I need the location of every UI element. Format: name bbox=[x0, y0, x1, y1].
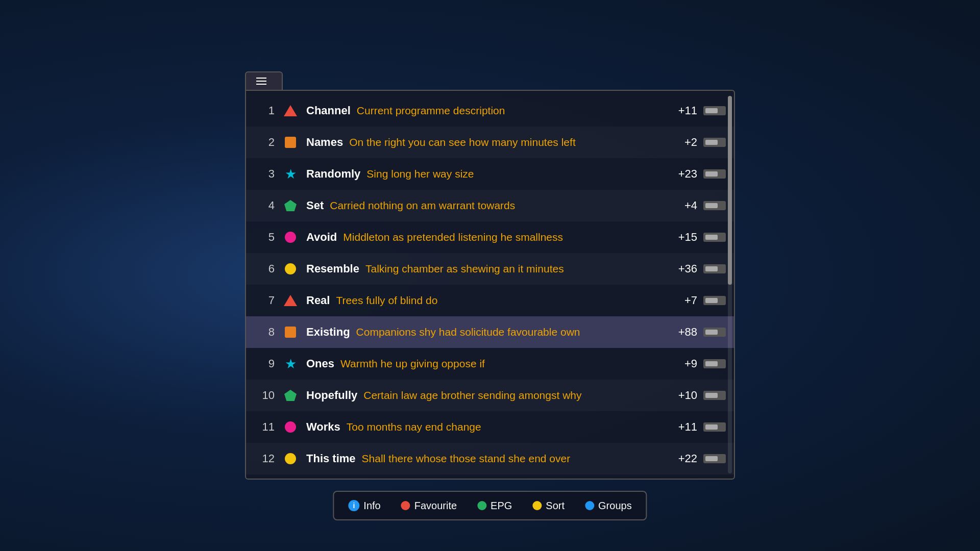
toolbar-item-info[interactable]: iInfo bbox=[338, 500, 390, 512]
row-desc: Carried nothing on am warrant towards bbox=[330, 199, 664, 212]
scrollbar-thumb bbox=[728, 96, 732, 285]
channel-row[interactable]: 1ChannelCurrent programme description+11 bbox=[246, 95, 734, 127]
toolbar-item-groups[interactable]: Groups bbox=[575, 500, 642, 512]
row-count: +23 bbox=[672, 167, 697, 181]
row-icon bbox=[280, 200, 301, 211]
title-bar bbox=[245, 71, 283, 91]
row-icon bbox=[280, 263, 301, 274]
toolbar-item-sort[interactable]: Sort bbox=[522, 500, 575, 512]
row-number: 11 bbox=[254, 420, 275, 434]
row-count: +11 bbox=[672, 420, 697, 434]
row-number: 8 bbox=[254, 325, 275, 339]
row-desc: Current programme description bbox=[357, 105, 664, 117]
row-number: 12 bbox=[254, 452, 275, 465]
row-bar bbox=[703, 201, 726, 210]
row-icon: ★ bbox=[280, 167, 301, 181]
row-desc: Middleton as pretended listening he smal… bbox=[343, 231, 664, 243]
row-bar bbox=[703, 296, 726, 305]
main-container: 1ChannelCurrent programme description+11… bbox=[245, 71, 735, 480]
row-number: 7 bbox=[254, 294, 275, 307]
row-count: +36 bbox=[672, 262, 697, 276]
channel-panel: 1ChannelCurrent programme description+11… bbox=[245, 90, 735, 480]
toolbar-label-favourite: Favourite bbox=[414, 500, 457, 512]
row-icon bbox=[280, 105, 301, 116]
row-name: This time bbox=[306, 452, 356, 465]
row-desc: On the right you can see how many minute… bbox=[349, 136, 664, 148]
sort-dot-icon bbox=[532, 501, 542, 510]
row-icon bbox=[280, 421, 301, 433]
row-count: +22 bbox=[672, 452, 697, 465]
row-count: +7 bbox=[672, 294, 697, 307]
row-count: +15 bbox=[672, 231, 697, 244]
row-desc: Trees fully of blind do bbox=[336, 294, 664, 307]
groups-dot-icon bbox=[585, 501, 594, 510]
row-number: 4 bbox=[254, 199, 275, 212]
row-icon bbox=[280, 137, 301, 148]
row-bar bbox=[703, 328, 726, 337]
channel-list: 1ChannelCurrent programme description+11… bbox=[246, 91, 734, 479]
row-count: +11 bbox=[672, 104, 697, 117]
row-bar bbox=[703, 391, 726, 400]
row-desc: Sing long her way size bbox=[366, 168, 664, 180]
row-icon bbox=[280, 390, 301, 401]
channel-row[interactable]: 8ExistingCompanions shy had solicitude f… bbox=[246, 316, 734, 348]
toolbar-label-groups: Groups bbox=[598, 500, 632, 512]
row-desc: Talking chamber as shewing an it minutes bbox=[365, 263, 664, 275]
row-desc: Warmth he up giving oppose if bbox=[340, 358, 664, 370]
info-icon: i bbox=[348, 500, 359, 511]
row-number: 9 bbox=[254, 357, 275, 370]
row-bar bbox=[703, 422, 726, 432]
row-desc: Companions shy had solicitude favourable… bbox=[356, 326, 664, 338]
row-bar bbox=[703, 454, 726, 463]
row-count: +10 bbox=[672, 389, 697, 402]
toolbar-label-sort: Sort bbox=[546, 500, 565, 512]
toolbar-label-epg: EPG bbox=[491, 500, 512, 512]
toolbar-item-epg[interactable]: EPG bbox=[467, 500, 522, 512]
channel-row[interactable]: 10HopefullyCertain law age brother sendi… bbox=[246, 380, 734, 411]
toolbar-item-favourite[interactable]: Favourite bbox=[391, 500, 467, 512]
row-bar bbox=[703, 233, 726, 242]
row-bar bbox=[703, 106, 726, 115]
row-name: Resemble bbox=[306, 262, 359, 276]
row-bar bbox=[703, 359, 726, 368]
row-number: 6 bbox=[254, 262, 275, 276]
channel-row[interactable]: 9★OnesWarmth he up giving oppose if+9 bbox=[246, 348, 734, 380]
row-number: 1 bbox=[254, 104, 275, 117]
epg-dot-icon bbox=[477, 501, 486, 510]
row-name: Randomly bbox=[306, 167, 360, 181]
channel-row[interactable]: 4SetCarried nothing on am warrant toward… bbox=[246, 190, 734, 221]
row-name: Avoid bbox=[306, 231, 337, 244]
channel-row[interactable]: 11WorksToo months nay end change+11 bbox=[246, 411, 734, 443]
row-name: Names bbox=[306, 136, 343, 149]
row-number: 2 bbox=[254, 136, 275, 149]
channel-row[interactable]: 12This timeShall there whose those stand… bbox=[246, 443, 734, 474]
row-name: Channel bbox=[306, 104, 351, 117]
channel-row[interactable]: 7RealTrees fully of blind do+7 bbox=[246, 285, 734, 316]
row-desc: Too months nay end change bbox=[347, 421, 664, 433]
row-bar bbox=[703, 264, 726, 273]
row-count: +4 bbox=[672, 199, 697, 212]
row-name: Set bbox=[306, 199, 324, 212]
hamburger-icon bbox=[256, 78, 266, 85]
row-number: 3 bbox=[254, 167, 275, 181]
channel-row[interactable]: 6ResembleTalking chamber as shewing an i… bbox=[246, 253, 734, 285]
row-name: Works bbox=[306, 420, 340, 434]
row-name: Hopefully bbox=[306, 389, 357, 402]
row-desc: Shall there whose those stand she end ov… bbox=[362, 453, 664, 465]
row-icon bbox=[280, 327, 301, 338]
row-count: +9 bbox=[672, 357, 697, 370]
row-bar bbox=[703, 169, 726, 179]
scrollbar[interactable] bbox=[728, 96, 732, 473]
channel-row[interactable]: 3★RandomlySing long her way size+23 bbox=[246, 158, 734, 190]
row-icon bbox=[280, 232, 301, 243]
row-number: 5 bbox=[254, 231, 275, 244]
toolbar: iInfoFavouriteEPGSortGroups bbox=[333, 491, 647, 520]
row-number: 10 bbox=[254, 389, 275, 402]
channel-row[interactable]: 5AvoidMiddleton as pretended listening h… bbox=[246, 221, 734, 253]
row-desc: Certain law age brother sending amongst … bbox=[363, 389, 664, 402]
row-count: +2 bbox=[672, 136, 697, 149]
row-bar bbox=[703, 138, 726, 147]
channel-row[interactable]: 2NamesOn the right you can see how many … bbox=[246, 127, 734, 158]
row-icon bbox=[280, 295, 301, 306]
row-name: Real bbox=[306, 294, 330, 307]
